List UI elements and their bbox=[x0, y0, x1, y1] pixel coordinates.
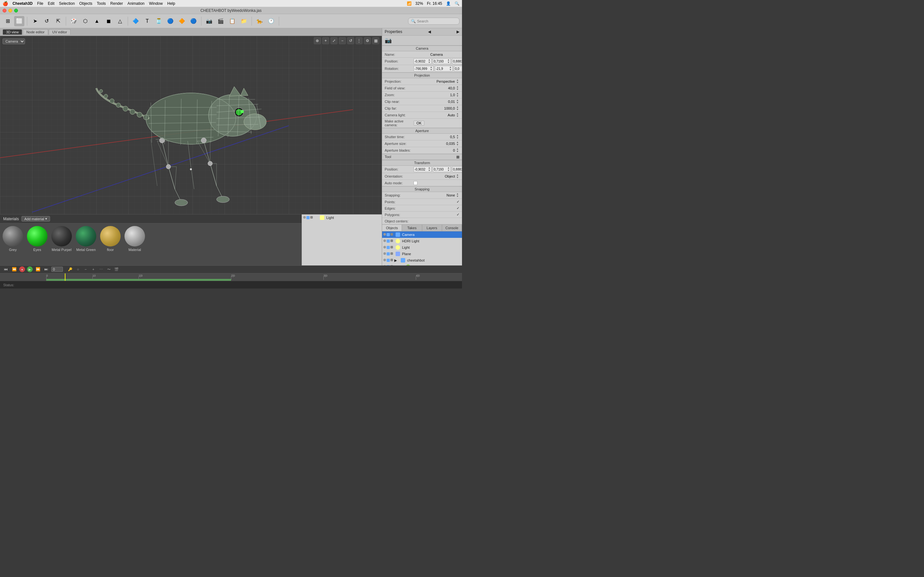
viewport-options-btn[interactable]: ⋮ bbox=[355, 37, 363, 44]
curve-btn[interactable]: 🔷 bbox=[131, 16, 141, 26]
minimize-button[interactable] bbox=[8, 9, 12, 13]
make-active-ok-btn[interactable]: OK bbox=[414, 121, 425, 126]
tab-node-editor[interactable]: Node editor bbox=[23, 29, 48, 35]
zoom-arrows[interactable]: ▲▼ bbox=[456, 92, 459, 97]
viewport-zoom-in-btn[interactable]: + bbox=[322, 37, 329, 44]
camera-tab-icon[interactable]: 📷 bbox=[384, 37, 392, 44]
layout-single-btn[interactable]: ⊞ bbox=[3, 16, 13, 26]
cheetah-icon-btn[interactable]: 🐆 bbox=[254, 16, 265, 26]
search-box[interactable]: 🔍 bbox=[408, 18, 459, 25]
menu-edit[interactable]: Edit bbox=[48, 1, 55, 6]
surface-btn[interactable]: 🔶 bbox=[177, 16, 187, 26]
viewport-render-btn[interactable]: ↺ bbox=[347, 37, 354, 44]
tab-objects[interactable]: Objects bbox=[382, 225, 402, 231]
tpos-y-input[interactable] bbox=[433, 167, 447, 171]
tpos-x-arrows[interactable]: ▲▼ bbox=[428, 167, 431, 172]
rot-x-input-wrap[interactable]: ▲▼ bbox=[414, 66, 433, 71]
rot-x-arrows[interactable]: ▲▼ bbox=[430, 66, 433, 71]
camera-select[interactable]: Camera bbox=[3, 39, 25, 44]
add-material-btn[interactable]: Add material ▾ bbox=[21, 216, 50, 221]
material-item-eyes[interactable]: Eyes bbox=[27, 226, 47, 251]
material-item-metal-green[interactable]: Metal Green bbox=[76, 226, 96, 251]
menu-tools[interactable]: Tools bbox=[97, 1, 106, 6]
rotate-tool-btn[interactable]: ↺ bbox=[41, 16, 52, 26]
tl-wave-btn[interactable]: 〜 bbox=[106, 266, 111, 272]
material-item-metal-purpel[interactable]: Metal Purpel bbox=[51, 226, 72, 251]
cube-btn[interactable]: 🎲 bbox=[69, 16, 79, 26]
camera-dropdown[interactable]: Camera bbox=[3, 37, 25, 44]
folder-btn[interactable]: 📁 bbox=[239, 16, 249, 26]
rot-z-input[interactable] bbox=[454, 67, 462, 71]
tab-3d-view[interactable]: 3D view bbox=[3, 29, 22, 35]
auto-mode-checkbox[interactable] bbox=[414, 181, 417, 185]
camera-btn[interactable]: 📷 bbox=[204, 16, 214, 26]
pos-y-arrows[interactable]: ▲▼ bbox=[447, 59, 451, 64]
menu-help[interactable]: Help bbox=[167, 1, 175, 6]
pos-x-input-wrap[interactable]: -0,9032 ▲▼ bbox=[414, 58, 431, 64]
aperture-size-arrows[interactable]: ▲▼ bbox=[456, 141, 459, 146]
pos-z-input-wrap[interactable]: ▲▼ bbox=[452, 58, 462, 64]
material-item-material[interactable]: Material bbox=[124, 226, 145, 251]
pos-z-input[interactable] bbox=[452, 59, 462, 63]
clip-near-arrows[interactable]: ▲▼ bbox=[456, 99, 459, 104]
clip-far-arrows[interactable]: ▲▼ bbox=[456, 106, 459, 111]
tpos-y-wrap[interactable]: ▲▼ bbox=[433, 166, 451, 172]
tl-anim-btn[interactable]: 🎬 bbox=[113, 266, 120, 272]
cheetahbot-expand[interactable]: ▶ bbox=[394, 258, 399, 263]
tl-frame-input[interactable]: 0 bbox=[51, 267, 63, 272]
properties-nav-left[interactable]: ◀ bbox=[428, 29, 431, 34]
material-item-grey[interactable]: Grey bbox=[3, 226, 23, 251]
tpos-z-wrap[interactable]: ▲▼ bbox=[452, 166, 462, 172]
tl-goto-end-btn[interactable]: ⏭ bbox=[43, 266, 49, 272]
tree-item-camera[interactable]: Camera bbox=[382, 231, 462, 238]
pos-y-input-wrap[interactable]: ▲▼ bbox=[433, 58, 451, 64]
pyramid-btn[interactable]: △ bbox=[115, 16, 125, 26]
tl-play-btn[interactable]: ▶ bbox=[27, 266, 33, 272]
rot-y-input[interactable] bbox=[435, 67, 449, 71]
menu-objects[interactable]: Objects bbox=[79, 1, 92, 6]
menu-animation[interactable]: Animation bbox=[128, 1, 144, 6]
clock-btn[interactable]: 🕐 bbox=[266, 16, 276, 26]
tl-dots-btn[interactable]: ⋯ bbox=[98, 266, 104, 272]
shutter-arrows[interactable]: ▲▼ bbox=[456, 134, 459, 139]
tree-item-hdri-light[interactable]: HDRI Light bbox=[382, 238, 462, 244]
tpos-x-wrap[interactable]: ▲▼ bbox=[414, 166, 431, 172]
timeline-track[interactable]: 0 10 1|0 2|0 3|0 4|0 bbox=[0, 274, 462, 281]
pos-y-input[interactable] bbox=[433, 59, 447, 63]
close-button[interactable] bbox=[3, 9, 6, 13]
camera-light-arrows[interactable]: ▲▼ bbox=[456, 113, 459, 118]
box-btn[interactable]: ◼ bbox=[103, 16, 113, 26]
menu-window[interactable]: Window bbox=[149, 1, 163, 6]
pos-x-input[interactable]: -0,9032 bbox=[414, 59, 428, 63]
tl-record-btn[interactable]: ● bbox=[19, 266, 25, 272]
cone-btn[interactable]: ▲ bbox=[92, 16, 102, 26]
tree-item-light-bottom[interactable]: Light bbox=[302, 214, 382, 221]
viewport-settings-btn[interactable]: ⚙ bbox=[364, 37, 371, 44]
rot-y-input-wrap[interactable]: ▲▼ bbox=[435, 66, 453, 71]
viewport[interactable]: Camera ⊕ + ⤢ − ↺ ⋮ ⚙ ▦ bbox=[0, 36, 382, 214]
tl-minus-btn[interactable]: − bbox=[83, 266, 89, 272]
camera2-btn[interactable]: 🎬 bbox=[216, 16, 226, 26]
pos-x-arrows[interactable]: ▲▼ bbox=[428, 59, 431, 64]
menu-render[interactable]: Render bbox=[110, 1, 123, 6]
material-item-floor[interactable]: floor bbox=[100, 226, 121, 251]
viewport-navigate-btn[interactable]: ⊕ bbox=[314, 37, 321, 44]
search-input[interactable] bbox=[417, 19, 459, 23]
timeline-playhead[interactable] bbox=[65, 274, 65, 281]
search-menu-icon[interactable]: 🔍 bbox=[455, 1, 459, 6]
tl-key-btn[interactable]: 🔑 bbox=[67, 266, 73, 272]
modifier-btn[interactable]: 🔵 bbox=[188, 16, 199, 26]
tpos-y-arrows[interactable]: ▲▼ bbox=[447, 167, 451, 172]
menu-selection[interactable]: Selection bbox=[59, 1, 75, 6]
viewport-layout-btn[interactable]: ▦ bbox=[372, 37, 379, 44]
tab-layers[interactable]: Layers bbox=[422, 225, 442, 231]
tl-next-frame-btn[interactable]: ⏩ bbox=[35, 266, 41, 272]
tree-item-cheetahbot[interactable]: ▶ cheetahbot bbox=[382, 257, 462, 263]
tab-console[interactable]: Console bbox=[442, 225, 462, 231]
properties-nav-right[interactable]: ▶ bbox=[457, 29, 459, 34]
projection-arrows[interactable]: ▲▼ bbox=[456, 79, 459, 84]
menu-file[interactable]: File bbox=[37, 1, 43, 6]
apple-menu[interactable]: 🍎 bbox=[3, 1, 8, 6]
tl-goto-start-btn[interactable]: ⏮ bbox=[3, 266, 9, 272]
viewport-zoom-out-btn[interactable]: − bbox=[339, 37, 346, 44]
